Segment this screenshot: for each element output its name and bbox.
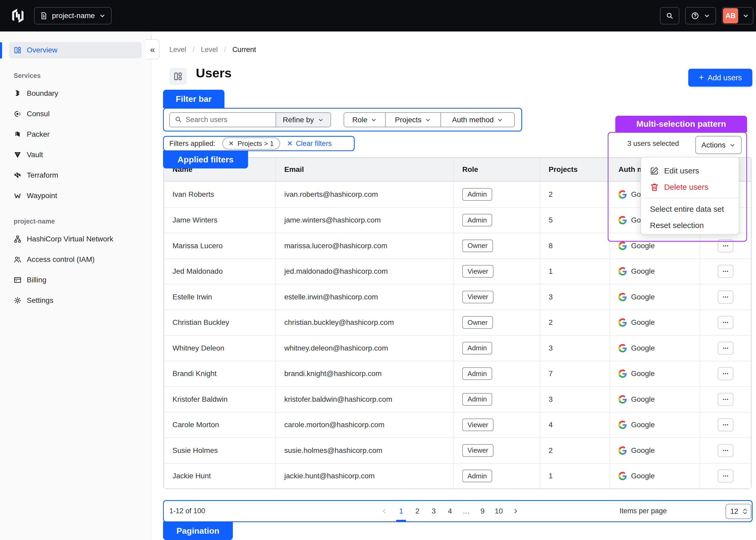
cell-name: Susie Holmes xyxy=(164,438,275,463)
column-header[interactable]: Email xyxy=(275,158,453,181)
filters-applied-label: Filters applied: xyxy=(169,140,216,148)
avatar: AB xyxy=(723,8,738,23)
auth-method-filter-dropdown[interactable]: Auth method xyxy=(440,113,514,127)
row-overflow-button[interactable] xyxy=(718,341,733,355)
cell-projects: 3 xyxy=(540,284,610,310)
breadcrumb-level-2[interactable]: Level xyxy=(201,46,218,54)
project-selector[interactable]: project-name xyxy=(34,7,111,24)
cell-email: whitney.deleon@hashicorp.com xyxy=(275,336,453,361)
ellipsis-icon xyxy=(722,421,729,428)
auth-method-filter-label: Auth method xyxy=(452,116,494,124)
sidebar-item-waypoint[interactable]: Waypoint xyxy=(9,188,142,204)
column-header[interactable]: Role xyxy=(453,158,540,181)
menu-item-reset-selection[interactable]: Reset selection xyxy=(641,217,739,233)
page-number[interactable]: 1 xyxy=(395,504,407,518)
row-overflow-button[interactable] xyxy=(718,239,733,252)
cell-projects: 8 xyxy=(540,233,610,258)
menu-item-select-entire-data-set[interactable]: Select entire data set xyxy=(641,201,739,217)
projects-filter-dropdown[interactable]: Projects xyxy=(385,113,440,127)
cell-row-actions xyxy=(699,259,751,284)
actions-menu: Edit users Delete users Select entire da… xyxy=(641,157,739,234)
column-header[interactable]: Projects xyxy=(540,158,610,181)
sidebar-item-consul[interactable]: Consul xyxy=(9,106,142,122)
google-icon xyxy=(618,242,627,250)
google-icon xyxy=(618,395,627,404)
sidebar-item-label: Waypoint xyxy=(27,192,57,200)
search-users-field[interactable] xyxy=(170,113,276,127)
sidebar-item-vault[interactable]: Vault xyxy=(9,147,142,163)
sidebar-item-terraform[interactable]: Terraform xyxy=(9,167,142,184)
cell-role: Admin xyxy=(453,387,540,412)
role-badge: Viewer xyxy=(462,444,494,457)
ellipsis-icon xyxy=(722,268,729,275)
sidebar-item-label: Vault xyxy=(27,151,43,159)
row-overflow-button[interactable] xyxy=(718,444,733,457)
role-filter-dropdown[interactable]: Role xyxy=(344,113,385,127)
cell-auth-method: Google xyxy=(610,464,699,489)
menu-item-delete-users[interactable]: Delete users xyxy=(641,179,739,195)
page-number[interactable]: 9 xyxy=(476,504,489,518)
row-overflow-button[interactable] xyxy=(718,265,733,278)
filter-pill-projects[interactable]: ✕ Projects > 1 xyxy=(222,137,280,150)
cell-email: marissa.lucero@hashicorp.com xyxy=(275,233,453,258)
search-users-input[interactable] xyxy=(186,116,264,124)
sidebar-item-label: Settings xyxy=(27,296,53,305)
cell-role: Viewer xyxy=(453,438,540,463)
sidebar-item-packer[interactable]: Packer xyxy=(9,126,142,142)
sidebar-item-boundary[interactable]: Boundary xyxy=(9,85,142,101)
top-bar: project-name xyxy=(0,0,756,32)
row-overflow-button[interactable] xyxy=(718,316,733,329)
sidebar-item-hvn[interactable]: HashiCorp Virtual Network xyxy=(9,231,142,247)
row-overflow-button[interactable] xyxy=(718,367,733,380)
breadcrumb-separator: / xyxy=(193,46,195,54)
cell-email: estelle.irwin@hashicorp.com xyxy=(275,284,453,310)
menu-item-edit-users[interactable]: Edit users xyxy=(641,163,739,179)
auth-method-label: Google xyxy=(631,446,655,455)
items-per-page-stepper[interactable]: 12 xyxy=(725,504,751,519)
sidebar-item-overview[interactable]: Overview xyxy=(9,42,142,58)
sidebar-item-billing[interactable]: Billing xyxy=(9,272,142,288)
dashboard-icon xyxy=(14,46,22,54)
actions-dropdown-button[interactable]: Actions xyxy=(695,136,742,154)
row-overflow-button[interactable] xyxy=(718,418,733,431)
sidebar-item-label: Packer xyxy=(27,130,50,139)
stepper-arrows-icon xyxy=(742,508,748,515)
clear-filters-button[interactable]: ✕ Clear filters xyxy=(287,139,332,148)
row-overflow-button[interactable] xyxy=(718,470,733,482)
table-row: Carole Morton carole.morton@hashicorp.co… xyxy=(164,412,751,438)
actions-label: Actions xyxy=(701,141,725,149)
sidebar-item-access-control[interactable]: Access control (IAM) xyxy=(9,251,142,268)
breadcrumb-level-1[interactable]: Level xyxy=(169,46,186,54)
next-page-button[interactable] xyxy=(509,504,523,518)
page-number[interactable]: 3 xyxy=(427,504,440,518)
google-icon xyxy=(618,267,627,276)
global-search-button[interactable] xyxy=(660,7,680,24)
google-icon xyxy=(618,344,627,352)
ellipsis-icon xyxy=(722,294,729,301)
account-menu-button[interactable]: AB xyxy=(722,7,753,24)
cell-role: Viewer xyxy=(453,412,540,438)
help-menu-button[interactable] xyxy=(685,7,716,24)
add-users-button[interactable]: + Add users xyxy=(688,69,752,86)
annotation-multi-selection: Multi-selection pattern xyxy=(615,116,747,132)
auth-method-label: Google xyxy=(631,472,655,480)
menu-item-label: Delete users xyxy=(664,183,708,192)
row-overflow-button[interactable] xyxy=(718,393,733,406)
refine-by-dropdown[interactable]: Refine by xyxy=(276,113,331,127)
ellipsis-icon xyxy=(722,396,729,403)
cell-email: jed.maldonado@hashicorp.com xyxy=(275,259,453,284)
main-content: Level / Level / Current Users + Add user… xyxy=(152,32,756,540)
ellipsis-icon xyxy=(722,370,729,377)
page-number[interactable]: 10 xyxy=(493,504,505,518)
role-badge: Owner xyxy=(462,316,493,329)
sidebar-item-settings[interactable]: Settings xyxy=(9,292,142,309)
sidebar-collapse-button[interactable]: « xyxy=(146,39,160,59)
sidebar-section-project: project-name xyxy=(14,217,151,225)
page-number[interactable]: 4 xyxy=(444,504,456,518)
previous-page-button[interactable] xyxy=(378,504,391,518)
page-number[interactable]: 2 xyxy=(411,504,424,518)
cell-projects: 2 xyxy=(540,182,610,207)
role-filter-label: Role xyxy=(352,116,368,124)
row-overflow-button[interactable] xyxy=(718,291,733,304)
terraform-icon xyxy=(14,171,22,179)
